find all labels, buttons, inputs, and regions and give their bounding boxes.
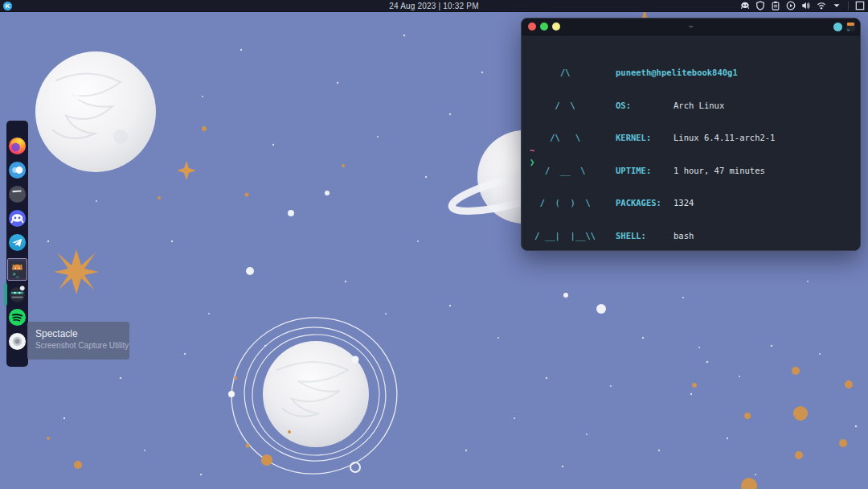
desktop: K 24 Aug 2023 | 10:32 PM (0, 0, 868, 489)
moon-large (35, 51, 156, 172)
dock-item-firefox[interactable] (8, 137, 27, 155)
dock-tooltip: Spectacle Screenshot Capture Utility (27, 322, 129, 360)
wifi-icon[interactable] (817, 1, 826, 10)
titlebar-cyan-dot-icon[interactable] (833, 23, 842, 31)
tooltip-subtitle: Screenshot Capture Utility (35, 341, 129, 350)
terminal-titlebar[interactable]: ~ (522, 18, 860, 35)
fetch-row: PACKAGES:1324 (616, 198, 775, 209)
dock-item-discord[interactable] (8, 209, 27, 228)
tooltip-title: Spectacle (35, 328, 129, 339)
terminal-content[interactable]: /\ / \ /\ \ / __ \ / ( ) \ / __| |__\\ /… (522, 35, 860, 250)
prompt-symbol[interactable]: ❯ (530, 157, 534, 168)
dark-round-app-icon (9, 186, 26, 203)
dock-item-kitty-terminal[interactable]: >_ (8, 261, 27, 279)
media-player-icon[interactable] (786, 1, 796, 10)
panel-clock[interactable]: 24 Aug 2023 | 10:32 PM (0, 2, 868, 10)
arch-ascii-logo: /\ / \ /\ \ / __ \ / ( ) \ / __| |__\\ /… (530, 46, 601, 251)
dock-item-dark-app[interactable] (8, 185, 27, 203)
dock-item-blue-app[interactable] (8, 161, 27, 179)
tray-separator (848, 2, 849, 10)
dock: >_ (6, 121, 28, 367)
dock-item-robot-app[interactable] (8, 285, 27, 303)
fetch-hostname: puneeth@hpelitebook840g1 (616, 68, 775, 79)
fetch-row: OS:Arch Linux (616, 101, 775, 112)
fetch-info: puneeth@hpelitebook840g1 OS:Arch Linux K… (616, 46, 775, 251)
fetch-row: KERNEL:Linux 6.4.11-arch2-1 (616, 133, 775, 144)
kitty-titlebar-icon (846, 23, 855, 31)
discord-tray-icon[interactable] (740, 1, 750, 10)
dock-item-spotify[interactable] (8, 308, 27, 327)
shield-icon[interactable] (755, 1, 765, 10)
dock-item-telegram[interactable] (8, 233, 27, 252)
terminal-title: ~ (522, 23, 860, 31)
svg-text:>_: >_ (13, 270, 20, 277)
chevron-down-icon[interactable] (832, 1, 841, 10)
terminal-window: ~ /\ / \ /\ \ / __ \ / ( ) \ / __| |__\\… (521, 18, 861, 251)
prompt-path: ~ (530, 146, 534, 157)
top-panel: K 24 Aug 2023 | 10:32 PM (0, 0, 868, 12)
fetch-row: UPTIME:1 hour, 47 minutes (616, 166, 775, 177)
volume-icon[interactable] (801, 1, 811, 10)
dock-item-spectacle[interactable] (8, 332, 27, 351)
clipboard-icon[interactable] (771, 1, 780, 10)
fetch-row: SHELL:bash (616, 231, 775, 242)
show-desktop-icon[interactable] (855, 1, 865, 10)
orbit-planet (222, 307, 407, 485)
dock-running-indicator (4, 283, 7, 306)
system-tray (740, 1, 868, 10)
